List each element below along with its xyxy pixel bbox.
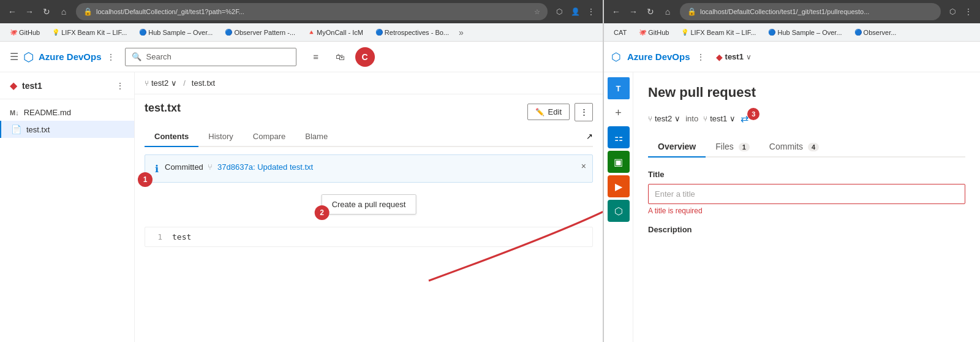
line-num-1: 1 [150,232,162,241]
left-address-bar[interactable]: 🔒 localhost/DefaultCollection/_git/test1… [76,3,548,20]
forward-btn[interactable]: → [22,4,37,19]
readme-name: README.md [24,108,71,117]
pr-target-branch[interactable]: ⑂ test1 ∨ [703,114,736,123]
back-btn[interactable]: ← [5,4,20,19]
right-ado-dots[interactable]: ⋮ [696,52,705,62]
right-ado-logo-text: Azure DevOps [627,51,690,62]
source-branch-chevron: ∨ [674,114,680,123]
right-address-bar[interactable]: 🔒 localhost/DefaultCollection/test1/_git… [680,3,941,20]
expand-icon[interactable]: ↗ [586,127,593,146]
tab-blame[interactable]: Blame [295,127,337,147]
right-url: localhost/DefaultCollection/test1/_git/t… [700,8,933,15]
right-bookmark-github[interactable]: 🐙 GitHub [634,27,674,38]
title-input[interactable] [648,184,965,204]
edit-label: Edit [548,107,562,116]
branch-name: test2 [151,78,168,88]
bookmark-lifx[interactable]: 💡 LIFX Beam Kit – LIF... [47,27,132,38]
reload-btn[interactable]: ↻ [39,4,54,19]
right-bookmark-cat[interactable]: CAT [609,27,631,38]
right-github-favicon: 🐙 [639,29,646,36]
ado-topbar-dots[interactable]: ⋮ [107,52,115,62]
ado-topbar: ☰ ⬡ Azure DevOps ⋮ 🔍 Search ≡ 🛍 C [0,42,603,72]
left-browser-chrome: ← → ↻ ⌂ 🔒 localhost/DefaultCollection/_g… [0,0,603,23]
right-bookmark-observer[interactable]: 🔵 Observer... [850,27,902,38]
file-breadcrumb: ⑂ test2 ∨ / test.txt [135,72,603,94]
right-menu-icon[interactable]: ⋮ [962,5,975,18]
step3-badge: 3 [747,108,760,120]
right-sidebar: T + ⚏ ▣ ▶ ⬡ [604,72,633,342]
code-line-1: 1 test [150,232,587,241]
pr-tab-commits[interactable]: Commits 4 [760,137,829,158]
left-nav-controls[interactable]: ← → ↻ ⌂ [5,4,71,19]
bookmarks-more-btn[interactable]: » [456,28,466,37]
hub-favicon: 🔵 [139,29,146,36]
ado-topbar-icons: ≡ 🛍 C [306,47,375,67]
tab-compare[interactable]: Compare [243,127,295,147]
ado-body: ◆ test1 ⋮ M↓ README.md 📄 test.txt [0,72,603,342]
notification-banner: 1 ℹ Committed ⑂ 37d8637a: Updated test.t… [145,154,593,183]
info-icon: ℹ [155,163,159,175]
bookmark-hub[interactable]: 🔵 Hub Sample – Over... [134,27,217,38]
bookmark-github[interactable]: 🐙 GitHub [5,27,45,38]
settings-icon[interactable]: ≡ [306,47,326,67]
breadcrumb-separator: / [183,78,186,88]
branch-selector[interactable]: ⑂ test2 ∨ [145,78,177,88]
pr-tab-overview[interactable]: Overview [648,137,706,158]
tab-contents[interactable]: Contents [145,127,198,147]
right-sidebar-home[interactable]: T [608,77,630,99]
pr-source-branch[interactable]: ⑂ test2 ∨ [648,114,680,123]
right-home-btn[interactable]: ⌂ [660,4,675,19]
user-avatar[interactable]: C [355,47,375,67]
file-item-readme[interactable]: M↓ README.md [0,104,134,121]
right-sidebar-pipelines[interactable]: ▶ [608,175,630,197]
right-forward-btn[interactable]: → [626,4,641,19]
pr-page-title: New pull request [648,85,965,101]
ado-hamburger-icon[interactable]: ☰ [10,51,18,63]
file-item-testtxt[interactable]: 📄 test.txt [0,121,134,138]
bookmark-retro[interactable]: 🔵 Retrospectives - Bo... [371,27,454,38]
right-browser-actions[interactable]: ⬡ ⋮ [946,5,975,18]
lock-icon: 🔒 [83,7,92,16]
file-title: test.txt [145,102,181,115]
right-extensions-icon[interactable]: ⬡ [946,5,959,18]
right-sidebar-repos[interactable]: ⚏ [608,126,630,148]
pr-into-label: into [685,114,698,123]
right-bookmark-hub[interactable]: 🔵 Hub Sample – Over... [763,27,846,38]
commit-link[interactable]: 37d8637a: Updated test.txt [217,162,313,172]
right-project-chevron[interactable]: ∨ [746,53,752,61]
branch-chevron: ∨ [171,78,177,88]
project-menu-btn[interactable]: ⋮ [116,81,124,91]
source-branch-name: test2 [655,114,672,123]
pr-description-section: Description [648,225,965,234]
extensions-icon[interactable]: ⬡ [552,5,566,18]
file-more-btn[interactable]: ⋮ [575,103,593,121]
step1-badge: 1 [138,172,153,187]
tab-history[interactable]: History [198,127,243,147]
bookmark-myoncall[interactable]: 🔺 MyOnCall - IcM [303,27,368,38]
ado-search-box[interactable]: 🔍 Search [125,48,296,66]
notif-close-btn[interactable]: × [581,161,586,171]
right-reload-btn[interactable]: ↻ [643,4,658,19]
pr-btn-label: Create a pull request [332,200,406,209]
project-icon: ◆ [10,80,17,91]
right-back-btn[interactable]: ← [609,4,624,19]
edit-button[interactable]: ✏️ Edit [527,104,570,120]
pr-tab-files[interactable]: Files 1 [706,137,760,158]
right-sidebar-testplans[interactable]: ⬡ [608,200,630,222]
right-sidebar-add[interactable]: + [608,102,630,124]
menu-icon[interactable]: ⋮ [584,5,598,18]
right-nav-controls[interactable]: ← → ↻ ⌂ [609,4,675,19]
bookmark-observer[interactable]: 🔵 Observer Pattern -... [220,27,300,38]
bag-icon[interactable]: 🛍 [331,47,350,67]
ado-logo-text: Azure DevOps [39,51,102,62]
file-body: 1 ℹ Committed ⑂ 37d8637a: Updated test.t… [135,147,603,342]
swap-branches-icon[interactable]: ⇄ 3 [741,113,748,124]
lifx-favicon: 💡 [52,29,59,36]
right-bookmark-lifx[interactable]: 💡 LIFX Beam Kit – LIF... [676,27,761,38]
left-browser-actions[interactable]: ⬡ 👤 ⋮ [552,5,598,18]
right-sidebar-boards[interactable]: ▣ [608,151,630,173]
branch-icon: ⑂ [145,79,149,88]
create-pr-button[interactable]: 2 Create a pull request [322,194,417,215]
profile-icon[interactable]: 👤 [568,5,582,18]
home-btn[interactable]: ⌂ [56,4,71,19]
